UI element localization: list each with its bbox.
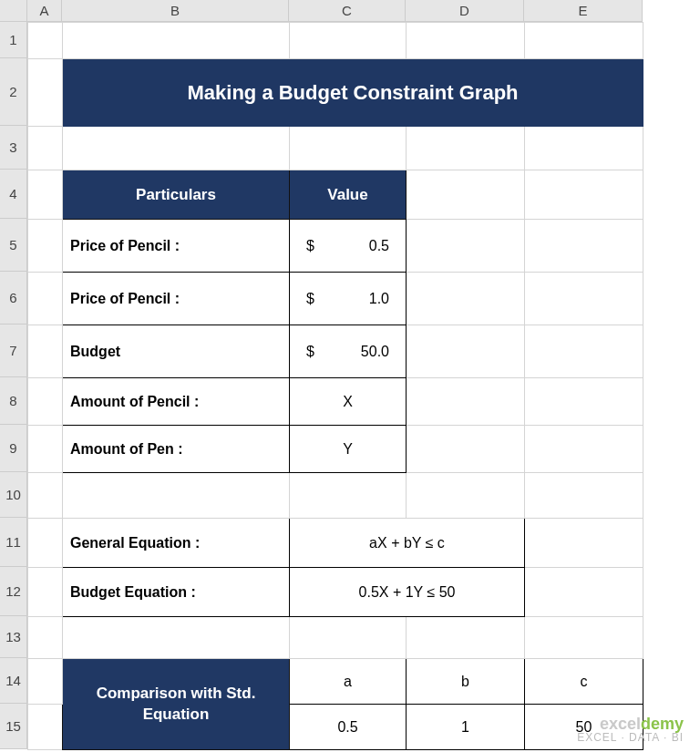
row-header-1[interactable]: 1	[0, 22, 27, 58]
table1-header-value[interactable]: Value	[290, 170, 407, 220]
row-header-15[interactable]: 15	[0, 704, 27, 749]
cell-d14[interactable]: b	[407, 659, 525, 705]
cell-c6[interactable]: $1.0	[290, 273, 407, 325]
watermark: exceldemy EXCEL · DATA · BI	[577, 716, 684, 743]
cell-b11[interactable]: General Equation :	[63, 519, 290, 568]
cell-c15[interactable]: 0.5	[290, 705, 407, 750]
table1-header-particulars[interactable]: Particulars	[63, 170, 290, 220]
currency-symbol: $	[306, 344, 314, 360]
row-header-14[interactable]: 14	[0, 658, 27, 704]
currency-value: 50.0	[361, 344, 389, 360]
col-header-A[interactable]: A	[27, 0, 62, 22]
row-header-6[interactable]: 6	[0, 272, 27, 324]
row-header-10[interactable]: 10	[0, 472, 27, 518]
cell-c8[interactable]: X	[290, 378, 407, 426]
cell-grid[interactable]: Making a Budget Constraint Graph Particu…	[27, 22, 643, 750]
cell-b5[interactable]: Price of Pencil :	[63, 220, 290, 273]
row-header-8[interactable]: 8	[0, 377, 27, 425]
row-header-12[interactable]: 12	[0, 567, 27, 616]
cell-b12[interactable]: Budget Equation :	[63, 568, 290, 617]
cell-b6[interactable]: Price of Pencil :	[63, 273, 290, 325]
cell-b9[interactable]: Amount of Pen :	[63, 426, 290, 473]
cell-c7[interactable]: $50.0	[290, 325, 407, 378]
cell-c5[interactable]: $0.5	[290, 220, 407, 273]
col-header-C[interactable]: C	[289, 0, 406, 22]
row-header-13[interactable]: 13	[0, 616, 27, 658]
currency-symbol: $	[306, 238, 314, 254]
row-header-9[interactable]: 9	[0, 425, 27, 472]
cell-e14[interactable]: c	[525, 659, 643, 705]
cell-c12[interactable]: 0.5X + 1Y ≤ 50	[290, 568, 525, 617]
cell-c9[interactable]: Y	[290, 426, 407, 473]
col-header-D[interactable]: D	[406, 0, 524, 22]
cell-b8[interactable]: Amount of Pencil :	[63, 378, 290, 426]
row-header-7[interactable]: 7	[0, 324, 27, 377]
page-title[interactable]: Making a Budget Constraint Graph	[63, 59, 643, 127]
currency-value: 0.5	[369, 238, 389, 254]
row-header-2[interactable]: 2	[0, 58, 27, 126]
col-header-E[interactable]: E	[524, 0, 643, 22]
cell-c14[interactable]: a	[290, 659, 407, 705]
cell-c11[interactable]: aX + bY ≤ c	[290, 519, 525, 568]
row-header-4[interactable]: 4	[0, 170, 27, 219]
cell-b7[interactable]: Budget	[63, 325, 290, 378]
cell-d15[interactable]: 1	[407, 705, 525, 750]
select-all-corner[interactable]	[0, 0, 27, 22]
row-header-11[interactable]: 11	[0, 518, 27, 567]
row-header-5[interactable]: 5	[0, 219, 27, 272]
spreadsheet-view: A B C D E 1 2 3 4 5 6 7 8 9 10 11 12 13 …	[0, 0, 700, 752]
currency-symbol: $	[306, 291, 314, 307]
col-header-B[interactable]: B	[62, 0, 289, 22]
comparison-header[interactable]: Comparison with Std. Equation	[63, 659, 290, 750]
currency-value: 1.0	[369, 291, 389, 307]
row-header-3[interactable]: 3	[0, 126, 27, 170]
